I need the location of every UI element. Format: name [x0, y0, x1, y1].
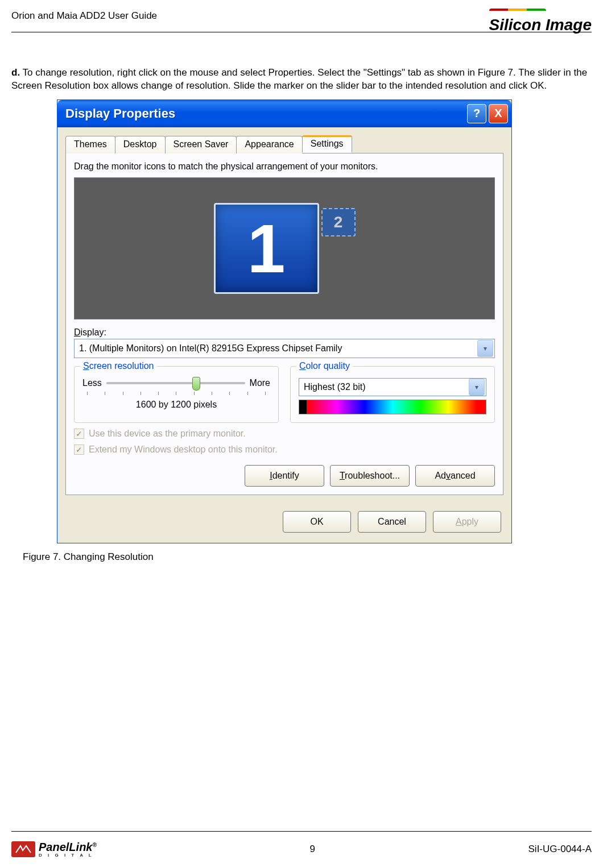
monitor-2-icon[interactable]: 2 — [321, 208, 356, 236]
close-button[interactable]: X — [489, 104, 508, 123]
instruction-text: d. To change resolution, right click on … — [11, 67, 592, 93]
troubleshoot-button[interactable]: Troubleshoot... — [330, 465, 410, 487]
monitor-arrangement-area[interactable]: 1 2 — [74, 177, 495, 319]
display-label: Display: — [74, 327, 495, 338]
dialog-title: Display Properties — [65, 106, 465, 121]
chevron-down-icon[interactable]: ▾ — [477, 340, 493, 357]
tabs-row: Themes Desktop Screen Saver Appearance S… — [57, 127, 511, 153]
cancel-button[interactable]: Cancel — [358, 511, 426, 533]
color-quality-value: Highest (32 bit) — [299, 382, 468, 392]
color-spectrum-icon — [299, 400, 486, 414]
more-label: More — [250, 378, 270, 388]
color-quality-title: Color quality — [296, 361, 353, 371]
advanced-button[interactable]: Advanced — [415, 465, 495, 487]
settings-panel: Drag the monitor icons to match the phys… — [65, 153, 503, 495]
resolution-slider[interactable] — [106, 382, 245, 384]
panellink-logo: PanelLink® D I G I T A L — [11, 841, 97, 858]
screen-resolution-group: Screen resolution Less More 1600 by 1200… — [74, 366, 279, 423]
less-label: Less — [82, 378, 102, 388]
doc-title: Orion and Maia ADD2 User Guide — [11, 10, 157, 22]
display-value: 1. (Multiple Monitors) on Intel(R) 82915… — [75, 343, 476, 354]
apply-button: Apply — [433, 511, 501, 533]
logo-arc-icon — [489, 9, 546, 11]
tab-appearance[interactable]: Appearance — [236, 136, 302, 153]
dialog-titlebar[interactable]: Display Properties ? X — [57, 100, 511, 127]
tab-themes[interactable]: Themes — [65, 136, 115, 153]
chevron-down-icon[interactable]: ▾ — [469, 379, 485, 396]
primary-monitor-label: Use this device as the primary monitor. — [89, 429, 246, 439]
primary-monitor-checkbox-row: ✓ Use this device as the primary monitor… — [74, 429, 495, 439]
monitor-1-icon[interactable]: 1 — [214, 203, 319, 294]
color-quality-group: Color quality Highest (32 bit) ▾ — [290, 366, 495, 423]
display-dropdown[interactable]: 1. (Multiple Monitors) on Intel(R) 82915… — [74, 339, 495, 358]
display-properties-dialog: Display Properties ? X Themes Desktop Sc… — [57, 99, 512, 543]
help-button[interactable]: ? — [467, 104, 486, 123]
page-number: 9 — [309, 844, 315, 855]
footer-divider — [11, 831, 592, 832]
resolution-value: 1600 by 1200 pixels — [82, 400, 270, 410]
tab-desktop[interactable]: Desktop — [115, 136, 166, 153]
color-quality-dropdown[interactable]: Highest (32 bit) ▾ — [299, 378, 486, 396]
identify-button[interactable]: Identify — [245, 465, 324, 487]
tab-screensaver[interactable]: Screen Saver — [165, 136, 237, 153]
primary-monitor-checkbox: ✓ — [74, 429, 84, 439]
extend-desktop-checkbox: ✓ — [74, 445, 84, 455]
figure-caption: Figure 7. Changing Resolution — [23, 551, 592, 563]
extend-desktop-checkbox-row: ✓ Extend my Windows desktop onto this mo… — [74, 445, 495, 455]
silicon-image-logo: Silicon Image — [489, 0, 592, 34]
tab-settings[interactable]: Settings — [302, 135, 352, 153]
slider-thumb[interactable] — [192, 377, 200, 391]
drag-hint: Drag the monitor icons to match the phys… — [74, 161, 495, 172]
screen-resolution-title: Screen resolution — [80, 361, 157, 371]
panellink-badge-icon — [11, 841, 35, 857]
ok-button[interactable]: OK — [283, 511, 351, 533]
slider-ticks — [82, 392, 270, 396]
document-number: SiI-UG-0044-A — [528, 844, 592, 855]
extend-desktop-label: Extend my Windows desktop onto this moni… — [89, 445, 278, 455]
